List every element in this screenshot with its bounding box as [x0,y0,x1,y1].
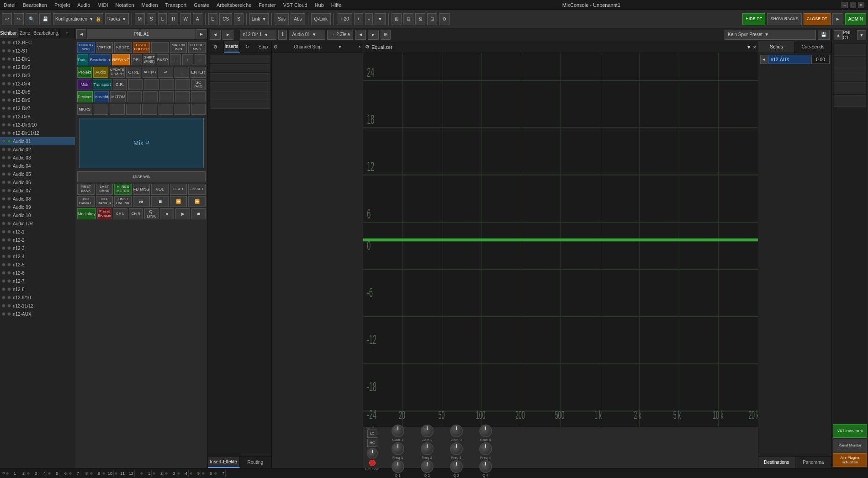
channel-item[interactable]: Audio 09 [0,203,75,211]
abs-button[interactable]: Abs [291,13,305,25]
menu-geraete[interactable]: Geräte [194,2,209,8]
tab-sends[interactable]: Sends [758,41,795,53]
tab-strip[interactable]: Strip [255,41,271,53]
admin-button[interactable]: ADMIN [845,13,866,25]
arr-down-btn[interactable]: ↓ [175,67,189,78]
pad-14[interactable] [159,104,174,115]
sus-button[interactable]: Sus [275,13,289,25]
pad-12[interactable] [126,104,141,115]
ch-edit-mng-btn[interactable]: CH EDIT MNG [188,42,206,53]
channel-item[interactable]: n12-7 [0,277,75,285]
close-dt-button[interactable]: CLOSE DT [804,13,831,25]
play-btn[interactable]: ▶ [175,208,190,219]
link-dropdown[interactable]: Link ▼ [249,13,269,25]
pre-gain-knob[interactable] [367,448,378,459]
link-unlink-btn[interactable]: LINK / UNLINK [114,196,132,207]
rec-btn[interactable]: ● [160,208,174,219]
ansicht-btn[interactable]: Ansicht [94,91,109,102]
insert-slot-5[interactable] [210,91,270,100]
channel-item[interactable]: Audio 07 [0,186,75,195]
pad-7[interactable] [159,91,174,102]
lc-button[interactable]: LC [367,430,377,438]
band-2-freq-knob[interactable] [421,442,434,455]
racks-dropdown[interactable]: Racks ▼ [105,13,129,25]
channel-item[interactable]: Audio 02 [0,145,75,154]
stop-btn[interactable]: ⏹ [151,196,169,207]
kanal-monitor-btn[interactable]: Kanal Monitor [833,439,867,452]
band-2-q-knob[interactable] [421,460,434,473]
w-button[interactable]: W [180,13,191,25]
channel-item[interactable]: n12-Dir7 [0,104,75,112]
nav-arrow-left[interactable]: ◄ [355,30,366,40]
inserts-panel-icon[interactable]: ⚙ [208,41,224,53]
q-link-btn[interactable]: Q-LINK [144,208,159,219]
sc-pad-btn[interactable]: SC PAD [191,79,206,90]
hc-button[interactable]: HC [367,439,377,447]
view3-button[interactable]: ⊠ [415,13,425,25]
channel-item[interactable]: Audio 04 [0,162,75,170]
channel-item[interactable]: n12-Dir4 [0,80,75,88]
mkrs-btn[interactable]: MKRS [77,104,92,115]
menu-notation[interactable]: Notation [116,2,134,8]
channel-item[interactable]: Audio 10 [0,211,75,219]
virt-kb-btn[interactable]: VIRT KB [96,42,113,53]
resync-btn[interactable]: RESYNC [112,54,130,65]
arr-up-btn[interactable]: ↑ [182,54,193,65]
config-save-button[interactable]: 💾 [39,13,51,25]
minimize-button[interactable]: – [842,2,848,8]
mixer-prev-btn[interactable]: ◄ [210,30,221,40]
far-right-up[interactable]: ▲ [834,30,843,40]
show-racks-button[interactable]: SHOW RACKS [767,13,802,25]
devices-btn[interactable]: Devices [77,91,93,102]
band-3-q-knob[interactable] [450,460,463,473]
tab-zone[interactable]: Zone. [18,28,33,38]
blank-btn-1[interactable] [151,42,169,53]
del-btn[interactable]: DEL [131,54,142,65]
channel-item[interactable]: n12-Dir9/10 [0,121,75,129]
search-button[interactable]: 🔍 [26,13,37,25]
channel-item[interactable]: n12-Dir8 [0,112,75,121]
pad-3[interactable] [160,79,174,90]
channel-item[interactable]: n12-Dir1 [0,55,75,63]
tab-destinations[interactable]: Destinations [758,457,795,468]
pad-4[interactable] [175,79,190,90]
enter-btn[interactable]: ENTER [191,67,206,78]
view4-button[interactable]: ⊡ [427,13,437,25]
channel-item[interactable]: n12-Dir11/12 [0,129,75,137]
channel-item[interactable]: n12-AUX [0,310,75,318]
band-4-gain-knob[interactable] [479,425,492,437]
datei-btn[interactable]: Datei [77,54,88,65]
pad-15[interactable] [175,104,190,115]
sends-arrow-left[interactable]: ◄ [760,55,767,64]
bearbeiten-btn[interactable]: Bearbeiten [90,54,111,65]
menu-arbeitsbereiche[interactable]: Arbeitsbereiche [217,2,251,8]
maximize-button[interactable]: □ [850,2,856,8]
channel-item[interactable]: n12-4 [0,252,75,260]
punch-btn[interactable]: ⏺ [191,208,206,219]
bank-l-btn[interactable]: <<< BANK L [77,196,95,207]
redo-button[interactable]: ↪ [14,13,24,25]
tab-refresh[interactable]: ↻ [240,41,256,53]
pad-5[interactable] [127,91,142,102]
hide-dt-button[interactable]: HIDE DT [742,13,765,25]
s-button[interactable]: S [147,13,156,25]
arr-left-btn[interactable]: ← [170,54,181,65]
config-mng-btn[interactable]: CONFIG MNG [77,42,95,53]
konfigurationen-dropdown[interactable]: Konfigurationen ▼ 🔒 [53,13,103,25]
inf-set-btn[interactable]: -inf SET [188,184,206,195]
l-button[interactable]: L [158,13,167,25]
menu-audio[interactable]: Audio [77,2,90,8]
a-button[interactable]: A [193,13,202,25]
channel-item[interactable]: n12-Dir3 [0,71,75,80]
r-button[interactable]: R [169,13,178,25]
midi-btn[interactable]: Midi [77,79,91,90]
kb-std-btn[interactable]: KB STD [114,42,132,53]
tab-bearbeitung[interactable]: Bearbeitung. [33,28,60,38]
tab-panorama[interactable]: Panorama [795,457,832,468]
insert-slot-4[interactable] [210,82,270,90]
menu-projekt[interactable]: Projekt [54,2,70,8]
channel-item[interactable]: n12-9/10 [0,293,75,302]
audio-btn[interactable]: Audio [93,67,108,78]
channel-item[interactable]: n12-5 [0,260,75,269]
menu-medien[interactable]: Medien [142,2,158,8]
